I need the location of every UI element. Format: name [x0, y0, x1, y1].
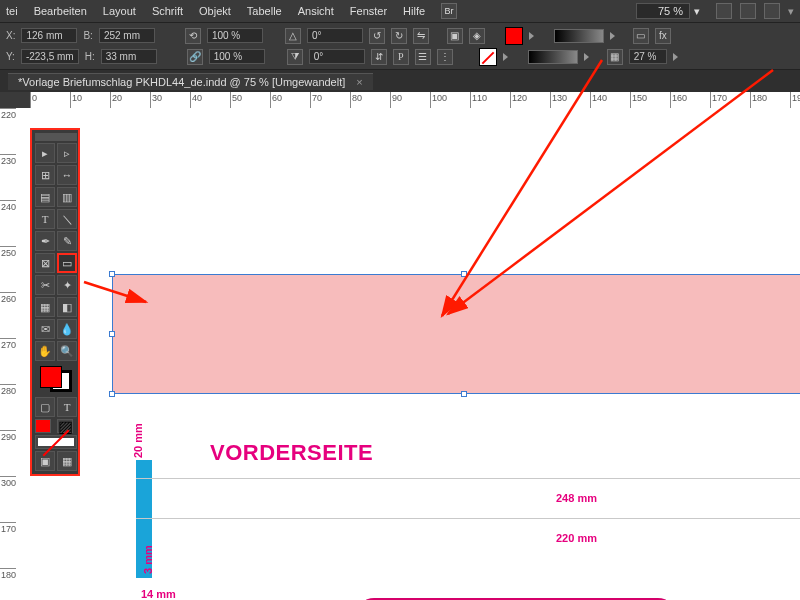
scale-y-field[interactable]: 100 % [209, 49, 265, 64]
stroke-flyout-icon[interactable] [503, 53, 508, 61]
rotate-icon[interactable]: △ [285, 28, 301, 44]
content-collector-tool[interactable]: ▤ [35, 187, 55, 207]
note-tool[interactable]: ✉ [35, 319, 55, 339]
chevron-down-icon: ▾ [694, 5, 700, 18]
resize-handle-bm[interactable] [461, 391, 467, 397]
shear-icon[interactable]: ⧩ [287, 49, 303, 65]
zoom-field[interactable]: 75 % [636, 3, 690, 19]
envelope-outline-inner [16, 508, 710, 600]
fill-flyout-icon[interactable] [529, 32, 534, 40]
screen-mode-icon[interactable] [740, 3, 756, 19]
apply-none-icon[interactable] [35, 435, 77, 449]
resize-handle-ml[interactable] [109, 331, 115, 337]
view-mode-icon[interactable] [716, 3, 732, 19]
w-field[interactable]: 252 mm [99, 28, 155, 43]
gradient-preview[interactable] [554, 29, 604, 43]
scissors-tool[interactable]: ✂ [35, 275, 55, 295]
direct-selection-tool[interactable]: ▹ [57, 143, 77, 163]
x-field[interactable]: 126 mm [21, 28, 77, 43]
select-container-icon[interactable]: ▣ [447, 28, 463, 44]
document-tab-bar: *Vorlage Briefumschlag PKHDL44_de.indd @… [0, 70, 800, 92]
zoom-tool[interactable]: 🔍 [57, 341, 77, 361]
gradient-flyout-icon[interactable] [610, 32, 615, 40]
scale-link-icon[interactable]: 🔗 [187, 49, 203, 65]
panel-grip[interactable] [35, 133, 77, 141]
opacity-flyout-icon[interactable] [673, 53, 678, 61]
arrange-icon[interactable] [764, 3, 780, 19]
resize-handle-tm[interactable] [461, 271, 467, 277]
distribute-icon[interactable]: ⋮ [437, 49, 453, 65]
rotate-field[interactable]: 0° [307, 28, 363, 43]
flip-v-icon[interactable]: ⇵ [371, 49, 387, 65]
horizontal-ruler[interactable]: 0102030405060708090100110120130140150160… [0, 92, 800, 108]
drop-shadow-icon[interactable]: ▦ [607, 49, 623, 65]
scale-x-field[interactable]: 100 % [207, 28, 263, 43]
dimension-248: 248 mm [556, 492, 597, 504]
menu-edit[interactable]: Bearbeiten [34, 5, 87, 17]
menu-type[interactable]: Schrift [152, 5, 183, 17]
stroke-gradient-preview[interactable] [528, 50, 578, 64]
resize-handle-tl[interactable] [109, 271, 115, 277]
corner-options-icon[interactable]: ▭ [633, 28, 649, 44]
pencil-tool[interactable]: ✎ [57, 231, 77, 251]
vertical-ruler[interactable]: 220230240250260270280290300170180 [0, 108, 16, 600]
gradient-swatch-tool[interactable]: ▦ [35, 297, 55, 317]
type-tool[interactable]: T [35, 209, 55, 229]
frame-tool[interactable]: ⊠ [35, 253, 55, 273]
stroke-color-swatch[interactable] [479, 48, 497, 66]
line-tool[interactable]: ＼ [57, 209, 77, 229]
gradient-feather-tool[interactable]: ◧ [57, 297, 77, 317]
paragraph-icon[interactable]: P [393, 49, 409, 65]
document-canvas[interactable]: VORDERSEITE 248 mm 220 mm 20 mm 14 mm 3 … [16, 108, 800, 600]
h-field[interactable]: 33 mm [101, 49, 157, 64]
ruler-origin[interactable] [0, 92, 30, 108]
rotate-cw-icon[interactable]: ↻ [391, 28, 407, 44]
close-tab-icon[interactable]: × [356, 76, 362, 88]
bridge-icon[interactable]: Br [441, 3, 457, 19]
apply-color-icon[interactable] [35, 419, 51, 433]
menu-help[interactable]: Hilfe [403, 5, 425, 17]
zoom-level[interactable]: 75 % ▾ [636, 3, 700, 19]
shear-field[interactable]: 0° [309, 49, 365, 64]
selected-rectangle[interactable] [112, 274, 800, 394]
guide-line-2 [136, 518, 800, 519]
menu-window[interactable]: Fenster [350, 5, 387, 17]
rotate-ccw-icon[interactable]: ↺ [369, 28, 385, 44]
rectangle-tool[interactable]: ▭ [57, 253, 77, 273]
fill-stroke-proxy[interactable] [40, 366, 72, 392]
fill-proxy[interactable] [40, 366, 62, 388]
menu-layout[interactable]: Layout [103, 5, 136, 17]
front-side-label: VORDERSEITE [210, 440, 373, 466]
document-tab[interactable]: *Vorlage Briefumschlag PKHDL44_de.indd @… [8, 73, 373, 90]
stroke-grad-flyout-icon[interactable] [584, 53, 589, 61]
view-mode-preview-icon[interactable]: ▦ [57, 451, 77, 471]
scale-lock-icon[interactable]: ⟲ [185, 28, 201, 44]
free-transform-tool[interactable]: ✦ [57, 275, 77, 295]
formatting-text-icon[interactable]: T [57, 397, 77, 417]
select-content-icon[interactable]: ◈ [469, 28, 485, 44]
menu-view[interactable]: Ansicht [298, 5, 334, 17]
hand-tool[interactable]: ✋ [35, 341, 55, 361]
formatting-container-icon[interactable]: ▢ [35, 397, 55, 417]
y-label: Y: [6, 51, 15, 62]
page-tool[interactable]: ⊞ [35, 165, 55, 185]
flip-h-icon[interactable]: ⇋ [413, 28, 429, 44]
selection-tool[interactable]: ▸ [35, 143, 55, 163]
x-label: X: [6, 30, 15, 41]
gap-tool[interactable]: ↔ [57, 165, 77, 185]
opacity-field[interactable]: 27 % [629, 49, 667, 64]
resize-handle-bl[interactable] [109, 391, 115, 397]
y-field[interactable]: -223,5 mm [21, 49, 79, 64]
menu-file[interactable]: tei [6, 5, 18, 17]
content-placer-tool[interactable]: ▥ [57, 187, 77, 207]
align-icon[interactable]: ☰ [415, 49, 431, 65]
eyedropper-tool[interactable]: 💧 [57, 319, 77, 339]
menu-object[interactable]: Objekt [199, 5, 231, 17]
menu-bar: tei Bearbeiten Layout Schrift Objekt Tab… [0, 0, 800, 22]
fill-color-swatch[interactable] [505, 27, 523, 45]
menu-table[interactable]: Tabelle [247, 5, 282, 17]
pen-tool[interactable]: ✒ [35, 231, 55, 251]
effects-icon[interactable]: fx [655, 28, 671, 44]
document-tab-label: *Vorlage Briefumschlag PKHDL44_de.indd @… [18, 76, 345, 88]
dimension-220: 220 mm [556, 532, 597, 544]
